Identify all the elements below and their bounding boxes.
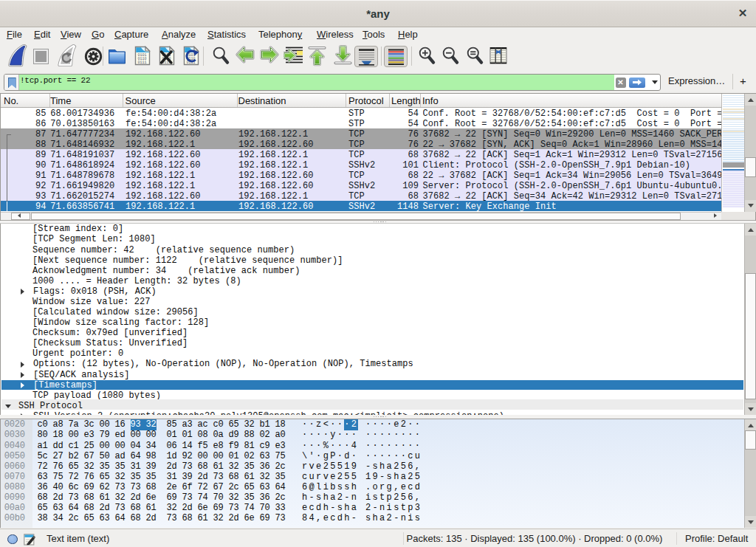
- svg-text:0111: 0111: [138, 61, 147, 65]
